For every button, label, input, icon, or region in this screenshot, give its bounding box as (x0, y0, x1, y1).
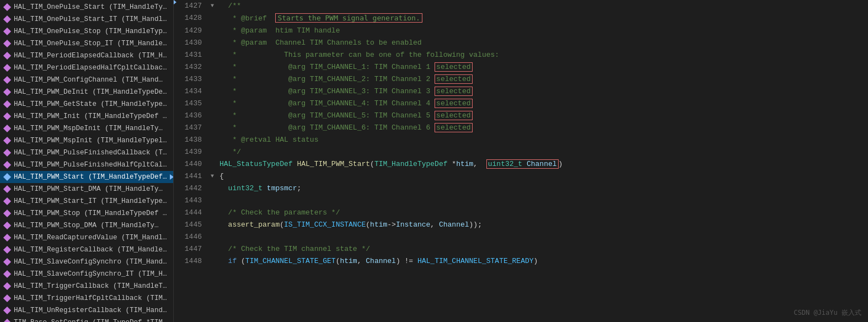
line-content: * @param htim TIM handle (217, 25, 868, 37)
sidebar-item-label: HAL_TIM_SlaveConfigSynchro_IT (TIM_Ha… (14, 269, 170, 280)
sidebar-item-10[interactable]: HAL_TIM_PWM_MspDeInit (TIM_HandleTy… (0, 122, 173, 135)
sidebar-item-5[interactable]: HAL_TIM_PeriodElapsedHalfCpltCallback (… (0, 62, 173, 74)
sidebar-item-24[interactable]: HAL_TIM_TriggerHalfCpltCallback (TIM_H… (0, 292, 173, 304)
sidebar-item-16[interactable]: HAL_TIM_PWM_Start_IT (TIM_HandleTypel… (0, 195, 173, 207)
line-content: /* Check the parameters */ (217, 207, 868, 219)
line-content: * @arg TIM_CHANNEL_6: TIM Channel 6 sele… (217, 122, 868, 134)
sidebar-item-label: HAL_TIM_PeriodElapsedHalfCpltCallback (… (14, 62, 170, 73)
code-line: 1432 * @arg TIM_CHANNEL_1: TIM Channel 1… (179, 61, 868, 73)
diamond-icon (3, 282, 11, 290)
active-arrow-icon (174, 0, 176, 4)
diamond-icon (3, 270, 11, 278)
sidebar-item-20[interactable]: HAL_TIM_RegisterCallback (TIM_HandleTy… (0, 244, 173, 256)
line-number: 1427 (179, 0, 207, 12)
sidebar-item-1[interactable]: HAL_TIM_OnePulse_Start_IT (TIM_Handle… (0, 13, 173, 25)
diamond-icon (3, 294, 11, 302)
diamond-icon (3, 197, 11, 205)
sidebar-item-12[interactable]: HAL_TIM_PWM_PulseFinishedCallback (TIM… (0, 147, 173, 159)
sidebar-item-11[interactable]: HAL_TIM_PWM_MspInit (TIM_HandleTypel… (0, 135, 173, 147)
line-number: 1434 (179, 85, 207, 98)
line-number: 1440 (179, 158, 207, 170)
line-content: * @arg TIM_CHANNEL_4: TIM Channel 4 sele… (217, 98, 868, 110)
line-number: 1429 (179, 25, 207, 37)
diamond-icon (3, 88, 11, 96)
line-content: * @arg TIM_CHANNEL_5: TIM Channel 5 sele… (217, 110, 868, 122)
diamond-icon (3, 161, 11, 169)
line-content: * @arg TIM_CHANNEL_3: TIM Channel 3 sele… (217, 85, 868, 98)
sidebar-item-15[interactable]: HAL_TIM_PWM_Start_DMA (TIM_HandleTy… (0, 183, 173, 195)
sidebar-item-2[interactable]: HAL_TIM_OnePulse_Stop (TIM_HandleType… (0, 25, 173, 37)
code-line: 1437 * @arg TIM_CHANNEL_6: TIM Channel 6… (179, 122, 868, 134)
code-line: 1433 * @arg TIM_CHANNEL_2: TIM Channel 2… (179, 73, 868, 85)
sidebar-item-25[interactable]: HAL_TIM_UnRegisterCallback (TIM_Handl… (0, 304, 173, 316)
sidebar-item-19[interactable]: HAL_TIM_ReadCapturedValue (TIM_Handl… (0, 232, 173, 244)
sidebar-item-label: HAL_TIM_PWM_Stop (TIM_HandleTypeDef … (14, 208, 167, 219)
line-number: 1428 (179, 12, 207, 24)
line-number: 1435 (179, 98, 207, 110)
sidebar-item-label: HAL_TIM_PeriodElapsedCallback (TIM_Ha… (14, 50, 170, 61)
line-number: 1439 (179, 146, 207, 158)
diamond-icon (3, 307, 11, 314)
sidebar-item-label: HAL_TIM_OnePulse_Start (TIM_HandleTyp… (14, 2, 170, 13)
sidebar-item-18[interactable]: HAL_TIM_PWM_Stop_DMA (TIM_HandleTy… (0, 219, 173, 232)
code-area: 1427▼ /**1428 * @brief Starts the PWM si… (179, 0, 868, 267)
diamond-icon (3, 125, 11, 132)
sidebar-item-23[interactable]: HAL_TIM_TriggerCallback (TIM_HandleTyp… (0, 280, 173, 292)
sidebar-item-label: HAL_TIM_PWM_GetState (TIM_HandleType… (14, 99, 167, 110)
watermark: CSDN @JiaYu 嵌入式 (794, 308, 861, 318)
sidebar-item-label: HAL_TIM_ReadCapturedValue (TIM_Handl… (14, 232, 167, 243)
sidebar-item-13[interactable]: HAL_TIM_PWM_PulseFinishedHalfCpltCallb… (0, 159, 173, 171)
sidebar-item-3[interactable]: HAL_TIM_OnePulse_Stop_IT (TIM_HandleT… (0, 37, 173, 50)
diamond-icon (3, 100, 11, 108)
sidebar-item-label: HAL_TIM_PWM_Start (TIM_HandleTypeDef… (14, 171, 167, 183)
sidebar-item-label: HAL_TIM_TriggerCallback (TIM_HandleTyp… (14, 281, 170, 292)
sidebar-item-label: HAL_TIM_OnePulse_Start_IT (TIM_Handle… (14, 14, 170, 25)
line-number: 1442 (179, 183, 207, 195)
code-line: 1440HAL_StatusTypeDef HAL_TIM_PWM_Start(… (179, 158, 868, 170)
sidebar-item-7[interactable]: HAL_TIM_PWM_DeInit (TIM_HandleTypeDe… (0, 86, 173, 98)
code-line: 1435 * @arg TIM_CHANNEL_4: TIM Channel 4… (179, 98, 868, 110)
diamond-icon (3, 112, 11, 120)
line-content: * @retval HAL status (217, 134, 868, 146)
sidebar-item-label: HAL_TIM_PWM_DeInit (TIM_HandleTypeDe… (14, 87, 167, 98)
sidebar-item-8[interactable]: HAL_TIM_PWM_GetState (TIM_HandleType… (0, 98, 173, 110)
selected-highlight: selected (435, 62, 472, 72)
selected-highlight: selected (435, 74, 472, 84)
code-line: 1429 * @param htim TIM handle (179, 25, 868, 37)
sidebar-item-17[interactable]: HAL_TIM_PWM_Stop (TIM_HandleTypeDef … (0, 207, 173, 219)
sidebar-item-4[interactable]: HAL_TIM_PeriodElapsedCallback (TIM_Ha… (0, 50, 173, 62)
diamond-icon (3, 234, 11, 242)
sidebar-item-9[interactable]: HAL_TIM_PWM_Init (TIM_HandleTypeDef *… (0, 110, 173, 122)
fold-indicator[interactable]: ▼ (207, 0, 217, 12)
diamond-icon (3, 246, 11, 254)
code-line: 1438 * @retval HAL status (179, 134, 868, 146)
sidebar-item-26[interactable]: TIM_Base_SetConfig (TIM_TypeDef *TIMx,… (0, 316, 173, 322)
sidebar-item-22[interactable]: HAL_TIM_SlaveConfigSynchro_IT (TIM_Ha… (0, 268, 173, 280)
code-editor: 1427▼ /**1428 * @brief Starts the PWM si… (179, 0, 868, 322)
sidebar-item-label: HAL_TIM_SlaveConfigSynchro (TIM_Handl… (14, 256, 170, 267)
sidebar-item-label: HAL_TIM_PWM_PulseFinishedCallback (TIM… (14, 147, 170, 158)
fold-indicator[interactable]: ▼ (207, 170, 217, 183)
sidebar-item-label: HAL_TIM_OnePulse_Stop (TIM_HandleType… (14, 26, 170, 37)
line-content: assert_param(IS_TIM_CCX_INSTANCE(htim->I… (217, 219, 868, 231)
sidebar-item-21[interactable]: HAL_TIM_SlaveConfigSynchro (TIM_Handl… (0, 256, 173, 268)
sidebar-item-label: HAL_TIM_TriggerHalfCpltCallback (TIM_H… (14, 293, 170, 304)
diamond-icon (3, 40, 11, 47)
code-line: 1445 assert_param(IS_TIM_CCX_INSTANCE(ht… (179, 219, 868, 231)
highlight-box: Starts the PWM signal generation. (275, 13, 422, 23)
line-number: 1447 (179, 243, 207, 255)
line-number: 1433 (179, 73, 207, 85)
line-content: */ (217, 146, 868, 158)
sidebar-item-14[interactable]: HAL_TIM_PWM_Start (TIM_HandleTypeDef… (0, 171, 173, 183)
diamond-icon (3, 64, 11, 72)
diamond-icon (3, 15, 11, 23)
diamond-icon (3, 319, 11, 322)
line-number: 1432 (179, 61, 207, 73)
line-number: 1443 (179, 195, 207, 207)
code-line: 1444 /* Check the parameters */ (179, 207, 868, 219)
diamond-icon (3, 149, 11, 157)
sidebar-item-6[interactable]: HAL_TIM_PWM_ConfigChannel (TIM_Hand… (0, 74, 173, 86)
code-line: 1427▼ /** (179, 0, 868, 12)
sidebar-item-0[interactable]: HAL_TIM_OnePulse_Start (TIM_HandleTyp… (0, 1, 173, 13)
line-number: 1436 (179, 110, 207, 122)
